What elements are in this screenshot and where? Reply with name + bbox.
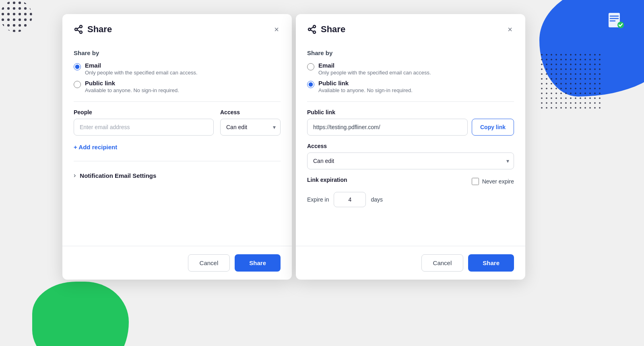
dialog1-share-by-label: Share by — [74, 49, 281, 56]
dialog2-link-expiration-label: Link expiration — [307, 177, 347, 183]
dialog2-email-option[interactable]: Email Only people with the specified ema… — [307, 62, 514, 76]
dialog2-link-input[interactable] — [307, 119, 468, 136]
dialog1-email-option-text: Email Only people with the specified ema… — [85, 62, 198, 76]
dialog2-title: Share — [307, 24, 345, 35]
dialog1-header: Share × — [62, 14, 292, 41]
dialog1-public-link-radio[interactable] — [74, 81, 81, 88]
dialog1-notification-label: Notification Email Settings — [80, 172, 156, 179]
share-icon-2 — [307, 25, 317, 34]
dialog1-access-label: Access — [220, 109, 281, 115]
dialog1-chevron-right-icon: › — [74, 172, 76, 179]
dialog2-copy-link-button[interactable]: Copy link — [472, 119, 514, 136]
dialog2-expire-days-input[interactable] — [334, 192, 366, 207]
svg-line-6 — [77, 27, 80, 29]
dialog2-expire-in-label: Expire in — [307, 196, 329, 203]
svg-line-11 — [311, 27, 314, 29]
dialog2-email-label: Email — [318, 62, 431, 69]
dialog2-days-label: days — [371, 196, 383, 203]
dialog2-link-expiration-section: Link expiration Never expire Expire in d… — [307, 177, 514, 207]
dialog2-public-link-radio[interactable] — [307, 81, 314, 88]
dialog1-email-input[interactable] — [74, 119, 214, 136]
dialog1-notification-toggle[interactable]: › Notification Email Settings — [74, 169, 281, 182]
dialogs-wrapper: Share × Share by Email Only people with … — [62, 14, 525, 280]
dialog2-access-select[interactable]: Can edit Can view — [307, 152, 514, 169]
dialog1-access-select[interactable]: Can edit Can view — [220, 119, 281, 136]
dialog2-divider1 — [307, 101, 514, 102]
dialog2-access-select-wrapper: Can edit Can view ▾ — [307, 152, 514, 169]
dialog1-footer: Cancel Share — [62, 246, 292, 280]
svg-line-5 — [77, 30, 80, 32]
dialog1-people-access-row: People Access Can edit Can view ▾ — [74, 109, 281, 136]
dialog2-public-link-section: Public link Copy link — [307, 109, 514, 136]
dialog2-expiration-header: Link expiration Never expire — [307, 177, 514, 186]
dialog2-header: Share × — [296, 14, 525, 41]
dialog1-divider2 — [74, 161, 281, 161]
dialog1-public-link-desc: Avaliable to anyone. No sign-in required… — [85, 87, 179, 93]
share-dialog-public-link: Share × Share by Email Only people with … — [296, 14, 525, 280]
dialog1-public-link-label: Public link — [85, 80, 179, 86]
decorative-green-blob — [32, 282, 129, 346]
dialog2-public-link-desc: Avaliable to anyone. No sign-in required… — [318, 87, 413, 93]
dialog1-email-desc: Only people with the specified email can… — [85, 70, 198, 76]
dialog2-never-expire-label: Never expire — [482, 178, 514, 185]
dialog2-never-expire-checkbox[interactable] — [472, 178, 479, 185]
share-icon — [74, 25, 83, 34]
share-dialog-email: Share × Share by Email Only people with … — [62, 14, 292, 280]
dialog2-radio-group: Email Only people with the specified ema… — [307, 62, 514, 93]
dialog2-email-option-text: Email Only people with the specified ema… — [318, 62, 431, 76]
dialog2-public-link-option-text: Public link Avaliable to anyone. No sign… — [318, 80, 413, 93]
dialog2-body: Share by Email Only people with the spec… — [296, 41, 525, 246]
dialog2-access-label: Access — [307, 143, 514, 149]
app-icon — [600, 4, 632, 36]
dialog2-share-button[interactable]: Share — [468, 254, 514, 272]
dialog1-access-select-wrapper: Can edit Can view ▾ — [220, 119, 281, 136]
dialog1-close-button[interactable]: × — [272, 24, 281, 35]
dialog1-people-label: People — [74, 109, 214, 115]
decorative-blue-dots — [539, 52, 604, 109]
dialog1-divider1 — [74, 101, 281, 102]
decorative-dark-dots — [0, 0, 32, 32]
dialog2-public-link-label: Public link — [318, 80, 413, 86]
dialog2-never-expire-row: Never expire — [472, 178, 514, 185]
dialog2-email-desc: Only people with the specified email can… — [318, 70, 431, 76]
dialog1-cancel-button[interactable]: Cancel — [188, 254, 230, 272]
svg-line-10 — [311, 30, 314, 32]
dialog1-body: Share by Email Only people with the spec… — [62, 41, 292, 246]
dialog1-public-link-option[interactable]: Public link Avaliable to anyone. No sign… — [74, 80, 281, 93]
dialog2-share-by-label: Share by — [307, 49, 514, 56]
dialog2-expire-in-row: Expire in days — [307, 192, 514, 207]
dialog2-public-link-row: Copy link — [307, 119, 514, 136]
dialog1-title: Share — [74, 24, 112, 35]
dialog2-public-link-section-label: Public link — [307, 109, 514, 115]
dialog2-cancel-button[interactable]: Cancel — [421, 254, 464, 272]
dialog1-email-label: Email — [85, 62, 198, 69]
dialog2-email-radio[interactable] — [307, 63, 314, 70]
dialog2-close-button[interactable]: × — [506, 24, 514, 35]
dialog1-email-radio[interactable] — [74, 63, 81, 70]
dialog2-footer: Cancel Share — [296, 246, 525, 280]
dialog2-access-section: Access Can edit Can view ▾ — [307, 143, 514, 169]
dialog2-public-link-option[interactable]: Public link Avaliable to anyone. No sign… — [307, 80, 514, 93]
dialog1-add-recipient-button[interactable]: + Add recipient — [74, 140, 117, 154]
dialog1-share-button[interactable]: Share — [235, 254, 281, 272]
dialog1-public-link-option-text: Public link Avaliable to anyone. No sign… — [85, 80, 179, 93]
dialog1-radio-group: Email Only people with the specified ema… — [74, 62, 281, 93]
dialog1-email-option[interactable]: Email Only people with the specified ema… — [74, 62, 281, 76]
dialog1-people-col: People — [74, 109, 214, 136]
dialog1-access-col: Access Can edit Can view ▾ — [220, 109, 281, 136]
